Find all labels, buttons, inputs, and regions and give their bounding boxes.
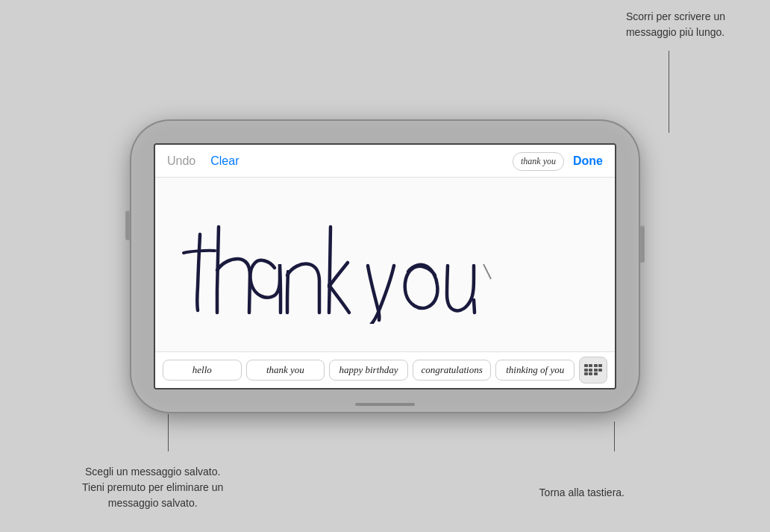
annotation-top-line2: messaggio più lungo. <box>626 26 724 38</box>
annotation-bl-line1: Scegli un messaggio salvato. <box>85 466 220 478</box>
annotation-bl-line3: messaggio salvato. <box>108 497 198 509</box>
keyboard-button[interactable] <box>579 357 607 384</box>
preview-bubble: thank you <box>513 152 564 171</box>
suggestion-thinking-of-you[interactable]: thinking of you <box>495 360 575 381</box>
annotation-line-bottom-right <box>614 422 615 451</box>
clear-button[interactable]: Clear <box>210 154 239 168</box>
header-left: Undo Clear <box>167 154 239 168</box>
volume-button <box>125 210 130 240</box>
suggestion-hello[interactable]: hello <box>163 360 242 381</box>
suggestions-bar: hello thank you happy birthday congratul… <box>155 351 615 388</box>
keyboard-icon <box>584 364 603 375</box>
annotation-line-top <box>669 51 669 133</box>
suggestion-happy-birthday[interactable]: happy birthday <box>329 360 408 381</box>
side-button <box>640 225 645 263</box>
device: Undo Clear thank you Done <box>131 121 639 412</box>
annotation-top-line1: Scorri per scrivere un <box>626 10 725 22</box>
annotation-br-line1: Torna alla tastiera. <box>539 486 625 498</box>
header-bar: Undo Clear thank you Done <box>155 145 615 178</box>
handwriting-canvas <box>170 204 588 324</box>
suggestion-thank-you[interactable]: thank you <box>246 360 325 381</box>
annotation-bottom-right: Torna alla tastiera. <box>539 485 625 501</box>
header-right: thank you Done <box>513 152 603 171</box>
svg-line-0 <box>483 264 491 279</box>
suggestion-congratulations[interactable]: congratulations <box>413 360 492 381</box>
done-button[interactable]: Done <box>573 154 603 168</box>
annotation-top: Scorri per scrivere un messaggio più lun… <box>626 9 725 40</box>
drawing-area[interactable] <box>155 178 615 351</box>
screen: Undo Clear thank you Done <box>154 143 616 389</box>
home-indicator <box>355 403 415 406</box>
undo-button[interactable]: Undo <box>167 154 195 168</box>
annotation-bl-line2: Tieni premuto per eliminare un <box>82 481 223 493</box>
annotation-line-bottom-left <box>168 414 169 451</box>
annotation-bottom-left: Scegli un messaggio salvato. Tieni premu… <box>82 464 223 511</box>
